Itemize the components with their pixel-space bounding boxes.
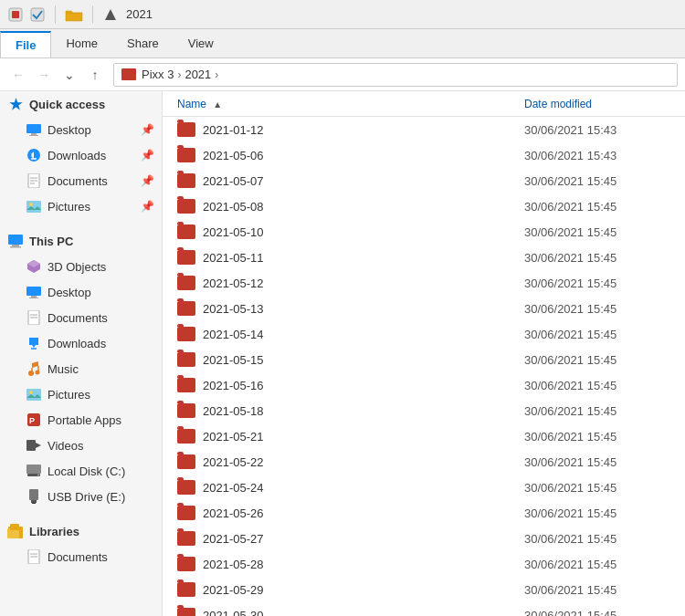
- title-bar-separator-2: [92, 5, 93, 24]
- svg-point-16: [29, 203, 33, 206]
- table-row[interactable]: 2021-05-1830/06/2021 15:45: [163, 398, 685, 423]
- sidebar-item-portable-apps[interactable]: P Portable Apps: [0, 407, 162, 433]
- table-row[interactable]: 2021-05-2930/06/2021 15:45: [163, 577, 685, 602]
- 3d-objects-icon: [26, 258, 42, 275]
- tab-home[interactable]: Home: [51, 29, 112, 57]
- sidebar-header-this-pc[interactable]: This PC: [0, 228, 162, 254]
- table-row[interactable]: 2021-05-1030/06/2021 15:45: [163, 219, 685, 245]
- sidebar-label-this-pc: This PC: [29, 235, 73, 248]
- file-date-label: 30/06/2021 15:45: [524, 609, 670, 617]
- file-list: 2021-01-1230/06/2021 15:432021-05-0630/0…: [163, 117, 685, 616]
- address-crumb-2: 2021: [184, 68, 211, 81]
- sidebar-item-music[interactable]: Music: [0, 356, 162, 381]
- sidebar-item-desktop-pc[interactable]: Desktop: [0, 279, 162, 305]
- sidebar-item-downloads-pc[interactable]: Downloads: [0, 330, 162, 356]
- column-name[interactable]: Name ▲: [177, 98, 524, 110]
- table-row[interactable]: 2021-05-1630/06/2021 15:45: [163, 372, 685, 398]
- table-row[interactable]: 2021-05-2430/06/2021 15:45: [163, 475, 685, 500]
- svg-rect-24: [29, 298, 38, 298]
- back-button[interactable]: ←: [7, 64, 29, 86]
- sidebar-item-3d-objects[interactable]: 3D Objects: [0, 254, 162, 279]
- tab-view[interactable]: View: [174, 29, 228, 57]
- toolbar-icon-2[interactable]: [29, 6, 46, 23]
- file-name-label: 2021-05-14: [203, 328, 524, 341]
- table-row[interactable]: 2021-01-1230/06/2021 15:43: [163, 117, 685, 142]
- table-row[interactable]: 2021-05-1330/06/2021 15:45: [163, 296, 685, 321]
- table-row[interactable]: 2021-05-1130/06/2021 15:45: [163, 245, 685, 270]
- downloads-qa-icon: [26, 147, 42, 163]
- svg-rect-5: [31, 133, 37, 135]
- table-row[interactable]: 2021-05-1430/06/2021 15:45: [163, 321, 685, 347]
- sidebar-item-documents-pc[interactable]: Documents: [0, 305, 162, 330]
- sidebar-item-local-disk[interactable]: Local Disk (C:): [0, 458, 162, 484]
- tab-share[interactable]: Share: [112, 29, 174, 57]
- sidebar-item-videos[interactable]: Videos: [0, 433, 162, 458]
- file-folder-icon: [177, 122, 195, 137]
- table-row[interactable]: 2021-05-0730/06/2021 15:45: [163, 168, 685, 193]
- svg-rect-4: [26, 124, 41, 133]
- sidebar: ★ Quick access Desktop 📌 Downloads 📌: [0, 91, 163, 616]
- sidebar-item-downloads-qa[interactable]: Downloads 📌: [0, 142, 162, 168]
- file-folder-icon: [177, 148, 195, 162]
- sidebar-item-documents-qa[interactable]: Documents 📌: [0, 168, 162, 193]
- sidebar-item-pictures-qa[interactable]: Pictures 📌: [0, 193, 162, 219]
- svg-text:P: P: [29, 416, 35, 425]
- svg-point-29: [28, 371, 34, 376]
- column-date-modified[interactable]: Date modified: [524, 98, 670, 110]
- local-disk-icon: [26, 463, 42, 479]
- toolbar-icon-1[interactable]: [7, 6, 24, 23]
- file-date-label: 30/06/2021 15:45: [524, 583, 670, 597]
- svg-rect-1: [12, 11, 19, 18]
- file-name-label: 2021-05-30: [203, 609, 524, 617]
- recent-locations-button[interactable]: ⌄: [58, 64, 80, 86]
- sidebar-divider-2: [0, 511, 162, 518]
- sidebar-label-libraries: Libraries: [29, 525, 79, 538]
- sidebar-label-local-disk: Local Disk (C:): [47, 465, 125, 478]
- sidebar-item-desktop-qa[interactable]: Desktop 📌: [0, 117, 162, 142]
- toolbar-arrow-icon[interactable]: [102, 6, 119, 23]
- table-row[interactable]: 2021-05-1530/06/2021 15:45: [163, 347, 685, 372]
- file-name-label: 2021-05-11: [203, 251, 524, 265]
- sidebar-section-quick-access: ★ Quick access Desktop 📌 Downloads 📌: [0, 91, 162, 219]
- address-bar[interactable]: Pixx 3 › 2021 ›: [113, 63, 678, 87]
- music-icon: [26, 360, 42, 377]
- file-folder-icon: [177, 506, 195, 520]
- file-folder-icon: [177, 429, 195, 444]
- table-row[interactable]: 2021-05-2630/06/2021 15:45: [163, 500, 685, 526]
- sidebar-header-libraries[interactable]: Libraries: [0, 518, 162, 544]
- up-button[interactable]: ↑: [84, 64, 106, 86]
- quick-access-icon: ★: [7, 96, 24, 112]
- sidebar-label-pictures-pc: Pictures: [47, 388, 90, 402]
- title-bar: 2021: [0, 0, 685, 29]
- table-row[interactable]: 2021-05-2830/06/2021 15:45: [163, 551, 685, 577]
- sidebar-label-3d-objects: 3D Objects: [47, 260, 106, 274]
- downloads-pc-icon: [26, 335, 42, 351]
- forward-button[interactable]: →: [33, 64, 55, 86]
- col-name-label: Name: [177, 98, 206, 110]
- sidebar-label-music: Music: [47, 362, 79, 376]
- file-date-label: 30/06/2021 15:45: [524, 251, 670, 265]
- tab-file[interactable]: File: [0, 31, 51, 57]
- table-row[interactable]: 2021-05-0630/06/2021 15:43: [163, 142, 685, 168]
- sidebar-header-quick-access[interactable]: ★ Quick access: [0, 91, 162, 117]
- file-name-label: 2021-05-18: [203, 404, 524, 418]
- address-folder-icon: [121, 68, 136, 80]
- toolbar-folder-icon[interactable]: [65, 6, 83, 23]
- file-folder-icon: [177, 480, 195, 495]
- sidebar-item-usb-drive[interactable]: USB Drive (E:): [0, 484, 162, 509]
- svg-marker-38: [36, 443, 41, 448]
- table-row[interactable]: 2021-05-0830/06/2021 15:45: [163, 193, 685, 219]
- sidebar-label-desktop-qa: Desktop: [47, 123, 91, 137]
- sidebar-item-lib-documents[interactable]: Documents: [0, 544, 162, 569]
- table-row[interactable]: 2021-05-2130/06/2021 15:45: [163, 423, 685, 449]
- table-row[interactable]: 2021-05-2730/06/2021 15:45: [163, 526, 685, 551]
- address-crumb-1: Pixx 3: [142, 68, 174, 81]
- file-folder-icon: [177, 224, 195, 239]
- table-row[interactable]: 2021-05-3030/06/2021 15:45: [163, 602, 685, 616]
- sidebar-section-this-pc: This PC 3D Objects Desktop Documents: [0, 228, 162, 509]
- file-date-label: 30/06/2021 15:45: [524, 404, 670, 418]
- table-row[interactable]: 2021-05-1230/06/2021 15:45: [163, 270, 685, 296]
- sidebar-item-pictures-pc[interactable]: Pictures: [0, 381, 162, 407]
- table-row[interactable]: 2021-05-2230/06/2021 15:45: [163, 449, 685, 475]
- sidebar-label-lib-documents: Documents: [47, 550, 108, 564]
